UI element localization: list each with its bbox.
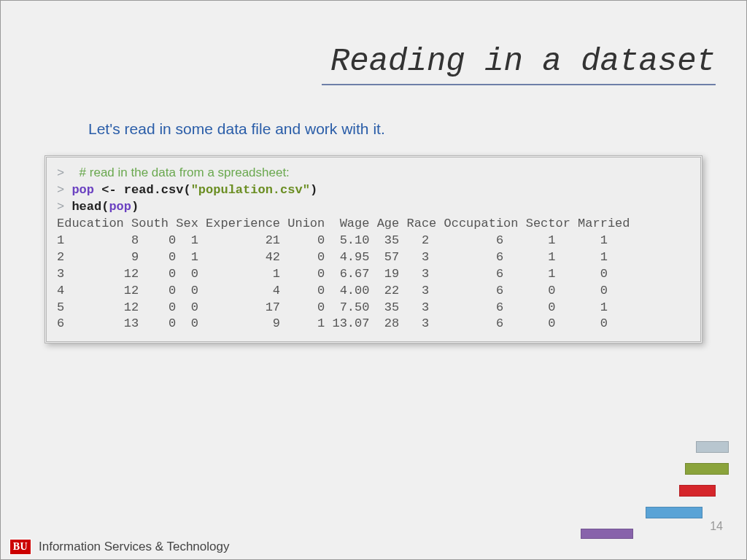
code-line-comment: > # read in the data from a spreadsheet: (57, 165, 690, 182)
output-row: 6 13 0 0 9 1 13.07 28 3 6 0 0 (57, 316, 690, 332)
prompt-symbol: > (57, 200, 71, 214)
slide: Reading in a dataset Let's read in some … (0, 0, 747, 560)
code-line-readcsv: > pop <- read.csv("population.csv") (57, 182, 690, 199)
decorative-bar (685, 463, 729, 475)
output-header: Education South Sex Experience Union Wag… (57, 216, 690, 233)
slide-subtitle: Let's read in some data file and work wi… (88, 120, 385, 138)
output-row: 3 12 0 0 1 0 6.67 19 3 6 1 0 (57, 266, 690, 283)
prompt-symbol: > (57, 183, 71, 197)
prompt-symbol: > (57, 166, 80, 180)
output-row: 5 12 0 0 17 0 7.50 35 3 6 0 1 (57, 300, 690, 316)
output-row: 2 9 0 1 42 0 4.95 57 3 6 1 1 (57, 249, 690, 266)
decorative-bar (696, 441, 729, 453)
bu-logo: BU (9, 539, 31, 555)
code-line-head: > head(pop) (57, 199, 690, 216)
page-number: 14 (710, 520, 723, 533)
output-row: 4 12 0 0 4 0 4.00 22 3 6 0 0 (57, 283, 690, 300)
footer-bar: BU Information Services & Technology (1, 534, 747, 559)
slide-title: Reading in a dataset (322, 43, 716, 85)
footer-org-text: Information Services & Technology (39, 540, 229, 554)
code-block: > # read in the data from a spreadsheet:… (44, 155, 703, 343)
decorative-bar (646, 507, 703, 518)
output-row: 1 8 0 1 21 0 5.10 35 2 6 1 1 (57, 233, 690, 249)
decorative-bar (679, 485, 716, 497)
